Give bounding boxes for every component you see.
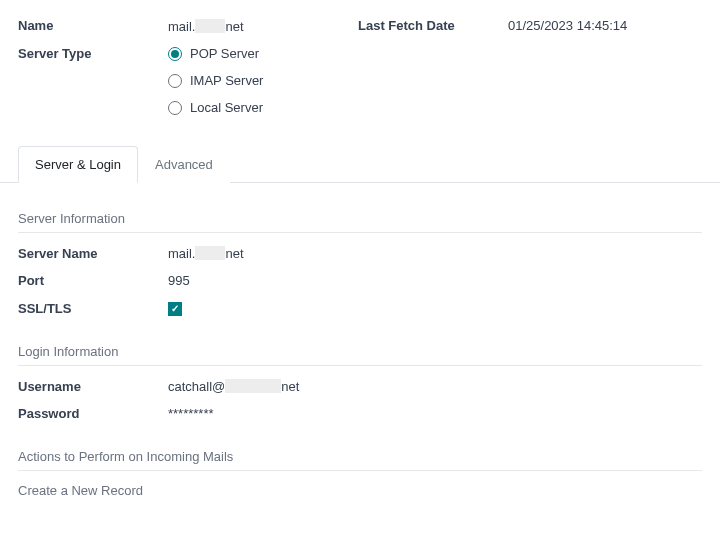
server-name-value[interactable]: mail.net (168, 245, 638, 261)
username-suffix: net (281, 379, 299, 394)
radio-icon (168, 101, 182, 115)
name-prefix: mail. (168, 19, 195, 34)
ssl-checkbox[interactable] (168, 302, 182, 316)
password-value[interactable]: ********* (168, 406, 638, 421)
username-value[interactable]: catchall@net (168, 378, 638, 394)
name-label: Name (18, 18, 168, 33)
tab-server-login[interactable]: Server & Login (18, 146, 138, 183)
last-fetch-label: Last Fetch Date (358, 18, 508, 33)
ssl-label: SSL/TLS (18, 301, 168, 316)
section-title-server-info: Server Information (18, 211, 702, 233)
name-masked (195, 19, 225, 33)
section-title-login-info: Login Information (18, 344, 702, 366)
server-type-label: Server Type (18, 46, 168, 61)
server-name-prefix: mail. (168, 246, 195, 261)
section-title-actions: Actions to Perform on Incoming Mails (18, 449, 702, 471)
port-label: Port (18, 273, 168, 288)
username-prefix: catchall@ (168, 379, 225, 394)
name-suffix: net (225, 19, 243, 34)
radio-label-local: Local Server (190, 100, 263, 115)
section-login-info: Login Information Username catchall@net … (18, 344, 702, 421)
section-server-info: Server Information Server Name mail.net … (18, 211, 702, 316)
radio-pop-server[interactable]: POP Server (168, 46, 702, 61)
server-name-masked (195, 246, 225, 260)
last-fetch-value: 01/25/2023 14:45:14 (508, 18, 702, 33)
radio-label-imap: IMAP Server (190, 73, 263, 88)
tab-advanced[interactable]: Advanced (138, 146, 230, 183)
radio-local-server[interactable]: Local Server (168, 100, 702, 115)
port-value[interactable]: 995 (168, 273, 638, 288)
section-actions: Actions to Perform on Incoming Mails Cre… (18, 449, 702, 498)
server-name-label: Server Name (18, 246, 168, 261)
password-label: Password (18, 406, 168, 421)
radio-imap-server[interactable]: IMAP Server (168, 73, 702, 88)
name-value: mail.net (168, 18, 358, 34)
ssl-checkbox-wrapper (168, 300, 638, 316)
username-label: Username (18, 379, 168, 394)
radio-label-pop: POP Server (190, 46, 259, 61)
tabs: Server & Login Advanced (0, 145, 720, 183)
radio-icon (168, 74, 182, 88)
create-new-record[interactable]: Create a New Record (18, 483, 702, 498)
server-name-suffix: net (225, 246, 243, 261)
username-masked (225, 379, 281, 393)
radio-icon (168, 47, 182, 61)
